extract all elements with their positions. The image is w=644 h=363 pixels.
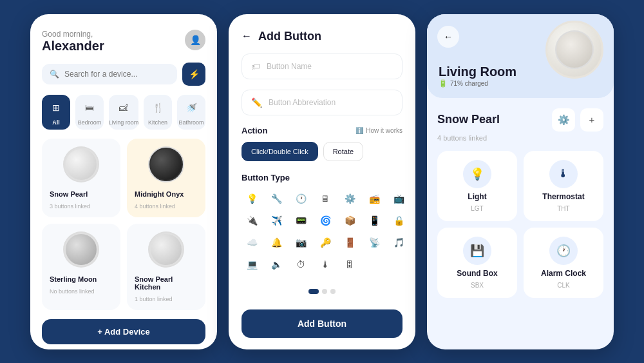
kitchen-icon: 🍴	[149, 99, 167, 117]
button-abbr-field[interactable]: ✏️ Button Abbreviation	[242, 90, 402, 115]
button-name-field[interactable]: 🏷 Button Name	[242, 54, 402, 79]
tab-kitchen-label: Kitchen	[148, 119, 167, 126]
btn-icon-plane[interactable]: ✈️	[266, 211, 287, 230]
btn-icon-door[interactable]: 🚪	[339, 233, 360, 251]
bedroom-icon: 🛏	[80, 99, 99, 117]
btn-icon-tv[interactable]: 📺	[388, 190, 409, 208]
linked-abbr-light: LGT	[471, 205, 483, 212]
linked-abbr-thermostat: THT	[557, 205, 569, 212]
alarm-icon: 🕐	[549, 237, 578, 265]
btn-icon-tool[interactable]: 🔧	[266, 190, 287, 208]
how-it-works-link[interactable]: ℹ️ How it works	[355, 127, 402, 134]
click-double-click-btn[interactable]: Click/Double Click	[242, 142, 318, 161]
device-card-snow-pearl-kitchen[interactable]: Snow Pearl Kitchen 1 button linked	[127, 224, 205, 310]
screen-device-detail: ← Living Room 🔋 71% charged Snow Pearl ⚙…	[427, 14, 614, 349]
thermostat-knob	[555, 30, 594, 69]
search-input[interactable]	[64, 70, 169, 79]
linked-devices-grid: 💡 Light LGT 🌡 Thermostat THT 💾 Sound Box…	[437, 151, 603, 298]
btn-icon-speaker[interactable]: 🔈	[266, 255, 287, 273]
btn-icon-box[interactable]: 📦	[339, 211, 360, 230]
settings-button[interactable]: ⚙️	[552, 108, 575, 132]
btn-icon-phone[interactable]: 📱	[364, 211, 384, 230]
back-circle-button[interactable]: ←	[437, 26, 459, 48]
btn-icon-radio[interactable]: 📻	[364, 190, 384, 208]
linked-name-thermostat: Thermostat	[542, 192, 584, 201]
btn-icon-lock[interactable]: 🔒	[388, 211, 409, 230]
btn-icon-lamp[interactable]: 💡	[242, 190, 262, 208]
filter-button[interactable]: ⚡	[182, 63, 205, 86]
back-arrow-icon[interactable]: ←	[242, 30, 252, 42]
dot-2	[322, 289, 327, 294]
btn-icon-fan[interactable]: 🌀	[315, 211, 336, 230]
devices-grid: Snow Pearl 3 buttons linked Midnight Ony…	[42, 139, 205, 310]
device-img-sterling-moon	[63, 231, 99, 268]
device-sub-1: 4 buttons linked	[135, 203, 175, 210]
btn-icon-laptop[interactable]: 💻	[242, 255, 262, 273]
device-sub-0: 3 buttons linked	[50, 203, 90, 210]
action-section: Action ℹ️ How it works Click/Double Clic…	[242, 126, 402, 161]
dot-3	[330, 289, 336, 294]
avatar[interactable]: 👤	[185, 30, 205, 50]
device-name-3: Snow Pearl Kitchen	[135, 275, 198, 291]
device-img-snow-pearl-kitchen	[148, 231, 184, 268]
tab-all[interactable]: ⊞ All	[42, 95, 70, 130]
linked-device-thermostat[interactable]: 🌡 Thermostat THT	[524, 151, 603, 221]
rotate-btn[interactable]: Rotate	[323, 142, 363, 161]
device-img-snow-pearl	[63, 146, 99, 182]
btn-icon-clock[interactable]: 🕐	[290, 190, 311, 208]
greeting-text: Good morning,	[42, 30, 104, 39]
battery-row: 🔋 71% charged	[439, 79, 516, 88]
btn-icon-key[interactable]: 🔑	[315, 233, 336, 251]
device-detail-header: ← Living Room 🔋 71% charged	[427, 14, 614, 98]
btn-icon-gear[interactable]: ⚙️	[339, 190, 360, 208]
category-tabs: ⊞ All 🛏 Bedroom 🛋 Living room 🍴 Kitchen …	[42, 95, 205, 130]
linked-abbr-soundbox: SBX	[471, 282, 484, 289]
btn-icon-signal[interactable]: 📡	[364, 233, 384, 251]
device-sub-2: No buttons linked	[50, 288, 95, 295]
action-buttons: Click/Double Click Rotate	[242, 142, 402, 161]
btn-icon-bell[interactable]: 🔔	[266, 233, 287, 251]
button-name-placeholder: Button Name	[267, 62, 312, 71]
linked-device-light[interactable]: 💡 Light LGT	[437, 151, 517, 221]
device-name-1: Midnight Onyx	[135, 190, 184, 198]
btn-icon-device[interactable]: 📟	[290, 211, 311, 230]
btn-icon-timer[interactable]: ⏱	[290, 255, 311, 273]
linked-name-alarm: Alarm Clock	[541, 269, 586, 278]
tab-bathroom[interactable]: 🚿 Bathroom	[177, 95, 205, 130]
linked-device-alarm[interactable]: 🕐 Alarm Clock CLK	[524, 228, 603, 298]
battery-text: 71% charged	[450, 80, 488, 87]
tab-living-label: Living room	[109, 119, 139, 126]
room-name: Living Room	[439, 64, 516, 79]
linked-name-soundbox: Sound Box	[457, 269, 497, 278]
device-card-sterling-moon[interactable]: Sterling Moon No buttons linked	[42, 224, 120, 310]
living-icon: 🛋	[115, 99, 133, 117]
add-device-button[interactable]: + Add Device	[42, 319, 205, 344]
tab-living[interactable]: 🛋 Living room	[109, 95, 138, 130]
screen-device-list: Good morning, Alexander 👤 🔍 ⚡ ⊞ All 🛏 Be…	[30, 14, 217, 349]
linked-abbr-alarm: CLK	[557, 282, 569, 289]
add-button-submit[interactable]: Add Button	[242, 309, 402, 338]
abbr-icon: ✏️	[251, 97, 262, 108]
add-linked-button[interactable]: +	[580, 108, 603, 132]
device-name-2: Sterling Moon	[50, 275, 97, 283]
btn-icon-plug[interactable]: 🔌	[242, 211, 262, 230]
info-icon: ℹ️	[355, 127, 363, 134]
btn-icon-music[interactable]: 🎵	[388, 233, 409, 251]
linked-device-soundbox[interactable]: 💾 Sound Box SBX	[437, 228, 517, 298]
btn-icon-thermo[interactable]: 🌡	[315, 255, 336, 273]
device-name-0: Snow Pearl	[50, 190, 88, 198]
btn-icon-cloud[interactable]: ☁️	[242, 233, 262, 251]
btn-icon-camera[interactable]: 📷	[290, 233, 311, 251]
device-card-snow-pearl[interactable]: Snow Pearl 3 buttons linked	[42, 139, 120, 217]
tab-bedroom[interactable]: 🛏 Bedroom	[75, 95, 104, 130]
linked-name-light: Light	[468, 192, 486, 201]
btn-icon-control[interactable]: 🎛	[339, 255, 360, 273]
search-icon: 🔍	[50, 70, 59, 79]
device-card-midnight-onyx[interactable]: Midnight Onyx 4 buttons linked	[127, 139, 205, 217]
tab-kitchen[interactable]: 🍴 Kitchen	[144, 95, 172, 130]
button-type-section: Button Type 💡 🔧 🕐 🖥 ⚙️ 📻 📺 🔌 ✈️ 📟 🌀 📦 📱 …	[242, 172, 402, 273]
username: Alexander	[42, 39, 104, 54]
tab-bedroom-label: Bedroom	[78, 119, 102, 126]
btn-icon-monitor[interactable]: 🖥	[315, 190, 336, 208]
device-detail-body: Snow Pearl ⚙️ + 4 buttons linked 💡 Light…	[427, 98, 614, 349]
